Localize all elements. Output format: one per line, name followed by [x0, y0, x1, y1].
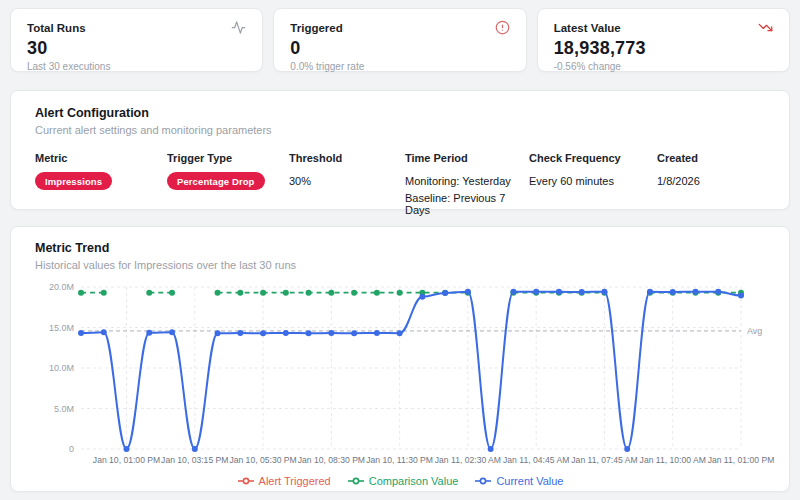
legend-label: Current Value — [496, 475, 563, 487]
svg-text:Jan 11, 10:00 AM: Jan 11, 10:00 AM — [640, 455, 706, 465]
svg-text:Avg: Avg — [747, 326, 762, 336]
metric-badge: Impressions — [35, 172, 112, 190]
config-field-line: Baseline: Previous 7 Days — [405, 192, 529, 216]
config-field-trigger-type: Trigger Type Percentage Drop — [167, 152, 289, 216]
config-field-value: 1/8/2026 — [657, 175, 765, 187]
alert-config-grid: Metric Impressions Trigger Type Percenta… — [35, 152, 765, 216]
svg-text:Jan 10, 03:15 PM: Jan 10, 03:15 PM — [161, 455, 228, 465]
config-field-threshold: Threshold 30% — [289, 152, 405, 216]
trend-title: Metric Trend — [35, 241, 765, 255]
svg-text:0: 0 — [69, 444, 74, 454]
stat-card-triggered: Triggered 0 0.0% trigger rate — [273, 8, 526, 72]
legend-item-alert-triggered: Alert Triggered — [237, 475, 331, 487]
config-field-value: 30% — [289, 175, 405, 187]
trend-subtitle: Historical values for Impressions over t… — [35, 259, 765, 271]
legend-item-current-value: Current Value — [474, 475, 563, 487]
alert-circle-icon — [495, 20, 510, 35]
chart-legend: Alert TriggeredComparison ValueCurrent V… — [35, 475, 765, 487]
dashboard-page: Total Runs 30 Last 30 executions Trigger… — [0, 0, 800, 500]
config-field-label: Created — [657, 152, 765, 164]
stat-value: 30 — [27, 38, 246, 59]
svg-text:Jan 10, 11:30 PM: Jan 10, 11:30 PM — [366, 455, 433, 465]
svg-text:Jan 11, 04:45 AM: Jan 11, 04:45 AM — [503, 455, 569, 465]
config-field-line: Monitoring: Yesterday — [405, 175, 529, 187]
legend-label: Comparison Value — [369, 475, 459, 487]
config-field-value: Every 60 minutes — [529, 175, 657, 187]
trending-down-icon — [758, 20, 773, 35]
config-field-metric: Metric Impressions — [35, 152, 167, 216]
stat-subtitle: -0.56% change — [554, 61, 773, 72]
stat-title: Triggered — [290, 22, 342, 34]
svg-text:Jan 10, 05:30 PM: Jan 10, 05:30 PM — [229, 455, 296, 465]
config-field-time-period: Time Period Monitoring: Yesterday Baseli… — [405, 152, 529, 216]
svg-text:Jan 11, 07:45 AM: Jan 11, 07:45 AM — [571, 455, 637, 465]
config-field-label: Check Frequency — [529, 152, 657, 164]
legend-label: Alert Triggered — [259, 475, 331, 487]
config-field-label: Metric — [35, 152, 167, 164]
stat-card-latest-value: Latest Value 18,938,773 -0.56% change — [537, 8, 790, 72]
alert-configuration-card: Alert Configuration Current alert settin… — [10, 90, 790, 210]
legend-marker-icon — [474, 476, 492, 486]
stat-card-total-runs: Total Runs 30 Last 30 executions — [10, 8, 263, 72]
legend-marker-icon — [347, 476, 365, 486]
svg-text:Jan 11, 01:00 PM: Jan 11, 01:00 PM — [708, 455, 775, 465]
stat-title: Latest Value — [554, 22, 621, 34]
svg-text:5.0M: 5.0M — [54, 404, 74, 414]
config-field-check-frequency: Check Frequency Every 60 minutes — [529, 152, 657, 216]
trend-chart: 05.0M10.0M15.0M20.0MJan 10, 01:00 PMJan … — [35, 281, 765, 471]
svg-text:20.0M: 20.0M — [49, 282, 74, 292]
config-field-label: Trigger Type — [167, 152, 289, 164]
activity-icon — [231, 20, 246, 35]
svg-text:15.0M: 15.0M — [49, 323, 74, 333]
legend-marker-icon — [237, 476, 255, 486]
stats-row: Total Runs 30 Last 30 executions Trigger… — [10, 8, 790, 72]
trend-chart-svg: 05.0M10.0M15.0M20.0MJan 10, 01:00 PMJan … — [35, 281, 767, 471]
legend-item-comparison-value: Comparison Value — [347, 475, 459, 487]
config-field-created: Created 1/8/2026 — [657, 152, 765, 216]
config-field-label: Threshold — [289, 152, 405, 164]
stat-title: Total Runs — [27, 22, 86, 34]
trigger-type-badge: Percentage Drop — [167, 172, 265, 190]
config-field-label: Time Period — [405, 152, 529, 164]
svg-text:10.0M: 10.0M — [49, 363, 74, 373]
metric-trend-card: Metric Trend Historical values for Impre… — [10, 226, 790, 492]
alert-config-title: Alert Configuration — [35, 106, 765, 120]
stat-subtitle: 0.0% trigger rate — [290, 61, 509, 72]
stat-subtitle: Last 30 executions — [27, 61, 246, 72]
alert-config-subtitle: Current alert settings and monitoring pa… — [35, 124, 765, 136]
svg-text:Jan 11, 02:30 AM: Jan 11, 02:30 AM — [435, 455, 501, 465]
stat-value: 18,938,773 — [554, 38, 773, 59]
svg-text:Jan 10, 08:30 PM: Jan 10, 08:30 PM — [298, 455, 365, 465]
svg-text:Jan 10, 01:00 PM: Jan 10, 01:00 PM — [93, 455, 160, 465]
stat-value: 0 — [290, 38, 509, 59]
